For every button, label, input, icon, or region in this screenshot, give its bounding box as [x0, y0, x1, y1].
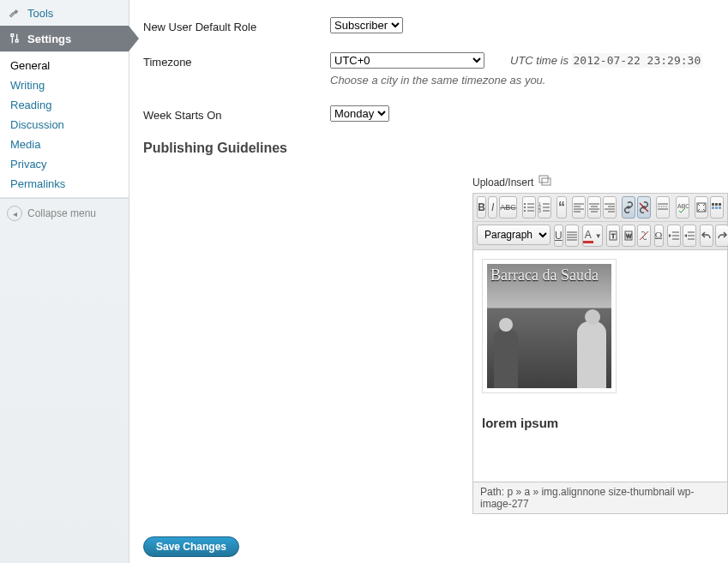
content-image-thumb[interactable]: Barraca da Sauda — [482, 259, 617, 393]
svg-rect-38 — [719, 203, 721, 206]
editor-path-value[interactable]: p » a » img.alignnone size-thumbnail wp-… — [480, 486, 695, 510]
svg-text:T: T — [611, 233, 616, 239]
svg-rect-5 — [542, 178, 551, 185]
submenu-discussion[interactable]: Discussion — [0, 115, 129, 135]
row-new-user-role: New User Default Role Subscriber — [129, 17, 728, 33]
utc-time-value: 2012-07-22 23:29:30 — [572, 53, 703, 68]
svg-rect-2 — [15, 39, 18, 42]
settings-submenu: General Writing Reading Discussion Media… — [0, 51, 129, 198]
submenu-permalinks[interactable]: Permalinks — [0, 174, 129, 194]
editor-content[interactable]: Barraca da Sauda lorem ipsum — [472, 250, 728, 482]
editor-path: Path: p » a » img.alignnone size-thumbna… — [472, 482, 728, 514]
svg-marker-58 — [684, 234, 687, 237]
fullscreen-button[interactable] — [695, 196, 708, 219]
new-user-role-label: New User Default Role — [143, 17, 330, 33]
align-center-button[interactable] — [587, 196, 601, 219]
editor-toolbar: B I ABC 123 “ ABC — [472, 193, 728, 250]
submenu-general[interactable]: General — [0, 56, 129, 75]
submenu-media[interactable]: Media — [0, 135, 129, 154]
submenu-reading[interactable]: Reading — [0, 95, 129, 115]
svg-rect-41 — [719, 207, 721, 209]
underline-button[interactable]: U — [554, 225, 563, 247]
svg-text:ABC: ABC — [677, 203, 689, 209]
svg-text:W: W — [626, 233, 632, 239]
undo-button[interactable] — [700, 225, 713, 247]
svg-point-6 — [524, 203, 526, 205]
unlink-button[interactable] — [637, 196, 651, 219]
italic-button[interactable]: I — [488, 196, 497, 219]
format-select[interactable]: Paragraph — [477, 225, 551, 245]
settings-icon — [7, 31, 22, 46]
menu-settings[interactable]: Settings — [0, 26, 129, 51]
timezone-select[interactable]: UTC+0 — [330, 52, 484, 69]
submenu-privacy[interactable]: Privacy — [0, 154, 129, 174]
text-color-button[interactable]: A▼ — [582, 225, 603, 247]
bold-button[interactable]: B — [477, 196, 486, 219]
content-image: Barraca da Sauda — [487, 264, 611, 388]
kitchen-sink-button[interactable] — [710, 196, 724, 219]
paste-word-button[interactable]: W — [622, 225, 635, 247]
collapse-icon: ◂ — [7, 206, 22, 221]
strike-button[interactable]: ABC — [499, 196, 517, 219]
align-right-button[interactable] — [603, 196, 617, 219]
svg-marker-54 — [669, 234, 671, 237]
collapse-label: Collapse menu — [27, 207, 96, 219]
svg-text:3: 3 — [538, 208, 541, 213]
redo-button[interactable] — [715, 225, 728, 247]
svg-line-30 — [640, 203, 648, 212]
menu-tools-label: Tools — [27, 7, 53, 20]
more-button[interactable] — [656, 196, 670, 219]
upload-insert-row: Upload/Insert — [472, 175, 728, 189]
content-caption[interactable]: lorem ipsum — [482, 416, 719, 430]
indent-button[interactable] — [683, 225, 696, 247]
row-timezone: Timezone UTC+0 UTC time is 2012-07-22 23… — [129, 52, 728, 87]
spellcheck-button[interactable]: ABC — [676, 196, 689, 219]
svg-line-50 — [640, 231, 648, 240]
week-start-select[interactable]: Monday — [330, 105, 389, 122]
svg-rect-40 — [715, 207, 718, 209]
numbered-list-button[interactable]: 123 — [538, 196, 551, 219]
svg-point-8 — [524, 207, 526, 208]
svg-rect-36 — [712, 203, 714, 206]
timezone-hint: Choose a city in the same timezone as yo… — [330, 74, 728, 87]
link-button[interactable] — [622, 196, 635, 219]
remove-format-button[interactable] — [637, 225, 651, 247]
utc-time-text: UTC time is 2012-07-22 23:29:30 — [510, 54, 702, 67]
menu-settings-label: Settings — [27, 33, 71, 45]
add-media-icon[interactable] — [538, 175, 552, 189]
tools-icon — [7, 5, 22, 21]
align-justify-button[interactable] — [565, 225, 579, 247]
publishing-guidelines-heading: Publishing Guidelines — [143, 141, 728, 156]
outdent-button[interactable] — [667, 225, 681, 247]
svg-rect-0 — [11, 34, 14, 37]
upload-insert-label: Upload/Insert — [472, 177, 533, 189]
svg-rect-37 — [715, 203, 718, 206]
week-start-label: Week Starts On — [143, 105, 330, 122]
save-changes-button[interactable]: Save Changes — [143, 536, 239, 557]
timezone-label: Timezone — [143, 52, 330, 69]
submenu-writing[interactable]: Writing — [0, 75, 129, 95]
blockquote-button[interactable]: “ — [557, 196, 566, 219]
special-char-button[interactable]: Ω — [654, 225, 664, 247]
align-left-button[interactable] — [572, 196, 586, 219]
svg-rect-4 — [539, 176, 548, 183]
svg-rect-39 — [712, 207, 714, 209]
collapse-menu[interactable]: ◂ Collapse menu — [0, 198, 129, 228]
paste-text-button[interactable]: T — [606, 225, 620, 247]
new-user-role-select[interactable]: Subscriber — [330, 17, 403, 33]
menu-tools[interactable]: Tools — [0, 0, 129, 26]
svg-point-10 — [524, 210, 526, 212]
row-week-starts: Week Starts On Monday — [129, 105, 728, 122]
bullet-list-button[interactable] — [522, 196, 536, 219]
